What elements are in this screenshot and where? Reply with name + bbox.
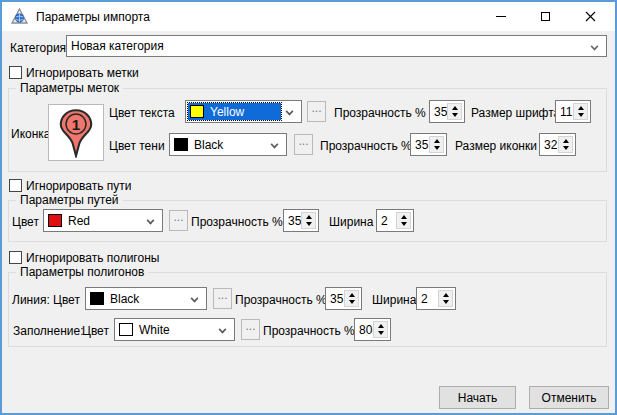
path-width-spinner[interactable]: 2 bbox=[376, 209, 414, 232]
spinner-up-icon bbox=[401, 215, 407, 219]
spinner-down-button[interactable] bbox=[439, 299, 452, 307]
icon-preview[interactable]: 1 bbox=[48, 104, 104, 161]
close-icon bbox=[585, 11, 596, 22]
spinner-up-icon bbox=[578, 106, 584, 110]
spinner-up-button[interactable] bbox=[448, 104, 461, 112]
fill-prefix-label: Заполнение: bbox=[13, 324, 83, 338]
icon-size-spinner[interactable]: 32 bbox=[539, 133, 576, 156]
line-color-combobox[interactable]: Black bbox=[85, 287, 207, 310]
paths-group-title: Параметры путей bbox=[16, 193, 123, 207]
start-button[interactable]: Начать bbox=[439, 386, 516, 409]
spinner-down-button[interactable] bbox=[430, 145, 443, 153]
line-opacity-value[interactable]: 35 bbox=[326, 288, 344, 309]
line-opacity-label: Прозрачность % bbox=[235, 293, 327, 307]
path-color-combobox[interactable]: Red bbox=[43, 209, 163, 232]
font-size-label: Размер шрифта bbox=[471, 106, 560, 120]
spinner-down-icon bbox=[452, 113, 458, 117]
spinner-down-button[interactable] bbox=[397, 221, 410, 229]
path-opacity-spinner[interactable]: 35 bbox=[283, 209, 319, 232]
spinner-up-button[interactable] bbox=[397, 213, 410, 221]
chevron-down-icon bbox=[286, 108, 294, 116]
font-size-spinner[interactable]: 11 bbox=[555, 100, 591, 123]
spinner-up-button[interactable] bbox=[574, 104, 587, 112]
spinner-up-button[interactable] bbox=[345, 291, 358, 299]
path-color-value: Red bbox=[68, 214, 90, 228]
chevron-down-icon bbox=[591, 43, 599, 51]
close-button[interactable] bbox=[568, 2, 613, 30]
line-prefix-label: Линия: bbox=[12, 293, 50, 307]
line-color-picker-button[interactable]: ... bbox=[213, 288, 232, 309]
import-parameters-dialog: Параметры импорта Категория: Новая катег… bbox=[0, 0, 617, 415]
spinner-up-button[interactable] bbox=[430, 137, 443, 145]
chevron-down-icon bbox=[147, 217, 155, 225]
ignore-labels-checkbox[interactable] bbox=[9, 66, 22, 79]
spinner-down-icon bbox=[434, 146, 440, 150]
spinner-down-button[interactable] bbox=[302, 221, 315, 229]
spinner-up-icon bbox=[563, 139, 569, 143]
spinner-down-icon bbox=[578, 113, 584, 117]
line-color-value: Black bbox=[110, 292, 139, 306]
spinner-down-icon bbox=[349, 300, 355, 304]
ignore-paths-checkbox[interactable] bbox=[9, 179, 22, 192]
fill-opacity-value[interactable]: 80 bbox=[355, 319, 373, 340]
category-label: Категория: bbox=[10, 41, 69, 55]
spinner-down-icon bbox=[306, 222, 312, 226]
app-icon bbox=[11, 8, 28, 25]
text-opacity-label: Прозрачность % bbox=[334, 106, 426, 120]
icon-label: Иконка bbox=[11, 127, 51, 141]
line-opacity-spinner[interactable]: 35 bbox=[325, 287, 362, 310]
spinner-down-button[interactable] bbox=[448, 112, 461, 120]
line-width-value[interactable]: 2 bbox=[417, 288, 438, 309]
shadow-color-label: Цвет тени bbox=[109, 139, 165, 153]
cancel-button[interactable]: Отменить bbox=[529, 386, 609, 409]
fill-color-picker-button[interactable]: ... bbox=[241, 319, 260, 340]
ignore-labels-label: Игнорировать метки bbox=[26, 66, 139, 80]
titlebar[interactable]: Параметры импорта bbox=[2, 2, 615, 31]
shadow-opacity-label: Прозрачность % bbox=[320, 139, 412, 153]
spinner-up-icon bbox=[452, 106, 458, 110]
spinner-down-button[interactable] bbox=[374, 330, 387, 338]
icon-size-value[interactable]: 32 bbox=[540, 134, 558, 155]
fill-color-combobox[interactable]: White bbox=[114, 318, 235, 341]
line-width-spinner[interactable]: 2 bbox=[416, 287, 456, 310]
shadow-opacity-spinner[interactable]: 35 bbox=[410, 133, 447, 156]
labels-group-title: Параметры меток bbox=[16, 81, 123, 95]
maximize-button[interactable] bbox=[523, 2, 568, 30]
spinner-down-button[interactable] bbox=[559, 145, 572, 153]
shadow-opacity-value[interactable]: 35 bbox=[411, 134, 429, 155]
ignore-polygons-checkbox[interactable] bbox=[9, 251, 22, 264]
text-opacity-value[interactable]: 35 bbox=[430, 101, 447, 122]
text-color-label: Цвет текста bbox=[109, 106, 175, 120]
path-width-value[interactable]: 2 bbox=[377, 210, 396, 231]
category-combobox[interactable]: Новая категория bbox=[66, 35, 607, 57]
spinner-down-button[interactable] bbox=[345, 299, 358, 307]
fill-color-swatch bbox=[119, 323, 133, 336]
text-color-picker-button[interactable]: ... bbox=[307, 101, 326, 122]
path-color-label: Цвет bbox=[12, 215, 39, 229]
spinner-up-button[interactable] bbox=[439, 291, 452, 299]
shadow-color-combobox[interactable]: Black bbox=[169, 133, 287, 156]
fill-opacity-spinner[interactable]: 80 bbox=[354, 318, 391, 341]
line-width-label: Ширина bbox=[372, 293, 416, 307]
spinner-up-button[interactable] bbox=[302, 213, 315, 221]
spinner-up-button[interactable] bbox=[374, 322, 387, 330]
shadow-color-swatch bbox=[174, 138, 188, 151]
minimize-icon bbox=[496, 16, 506, 17]
window-title: Параметры импорта bbox=[36, 10, 150, 24]
text-color-combobox[interactable]: Yellow bbox=[185, 100, 302, 123]
minimize-button[interactable] bbox=[478, 2, 523, 30]
ignore-polygons-label: Игнорировать полигоны bbox=[26, 251, 159, 265]
path-opacity-value[interactable]: 35 bbox=[284, 210, 301, 231]
path-color-picker-button[interactable]: ... bbox=[169, 210, 188, 231]
shadow-color-picker-button[interactable]: ... bbox=[294, 134, 313, 155]
line-color-swatch bbox=[90, 292, 104, 305]
category-value: Новая категория bbox=[71, 39, 164, 53]
font-size-value[interactable]: 11 bbox=[556, 101, 573, 122]
text-color-value: Yellow bbox=[210, 105, 244, 119]
text-opacity-spinner[interactable]: 35 bbox=[429, 100, 465, 123]
chevron-down-icon bbox=[271, 141, 279, 149]
path-opacity-label: Прозрачность % bbox=[191, 215, 283, 229]
chevron-down-icon bbox=[219, 326, 227, 334]
spinner-down-button[interactable] bbox=[574, 112, 587, 120]
spinner-up-button[interactable] bbox=[559, 137, 572, 145]
